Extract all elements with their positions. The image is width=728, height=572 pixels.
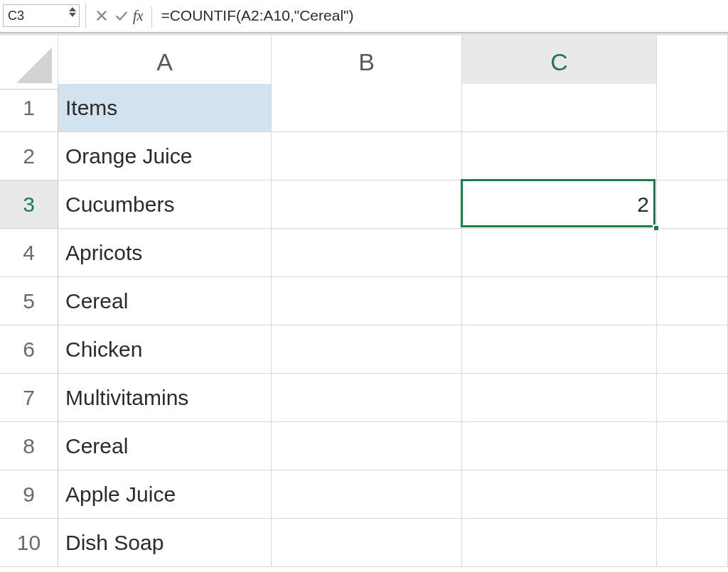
row-header-9[interactable]: 9: [0, 470, 58, 519]
chevron-up-icon: [69, 7, 76, 11]
cell-A9[interactable]: Apple Juice: [58, 470, 272, 519]
cell-A4[interactable]: Apricots: [58, 229, 272, 277]
name-box[interactable]: C3: [3, 4, 80, 27]
cell-D1[interactable]: [657, 84, 728, 132]
chevron-down-icon: [69, 13, 76, 17]
row-header-5[interactable]: 5: [0, 277, 58, 325]
cell-D3[interactable]: [657, 180, 728, 229]
column-header-extra[interactable]: [657, 36, 728, 90]
cancel-button[interactable]: [92, 3, 112, 28]
cell-value: Cereal: [65, 289, 128, 313]
column-label: A: [156, 48, 173, 76]
cell-B2[interactable]: [272, 132, 462, 180]
row-header-4[interactable]: 4: [0, 229, 58, 277]
column-header-A[interactable]: A: [58, 36, 272, 90]
fx-label[interactable]: fx: [133, 8, 143, 24]
row-label: 1: [23, 96, 35, 120]
cell-A2[interactable]: Orange Juice: [58, 132, 272, 180]
cell-A6[interactable]: Chicken: [58, 325, 272, 374]
cell-A7[interactable]: Multivitamins: [58, 374, 272, 422]
cell-C1[interactable]: [462, 84, 657, 132]
cell-B9[interactable]: [272, 470, 462, 519]
cell-A10[interactable]: Dish Soap: [58, 519, 272, 567]
row-label: 10: [17, 531, 41, 555]
confirm-button[interactable]: [112, 3, 132, 28]
formula-bar: C3 fx: [0, 0, 728, 33]
column-header-C[interactable]: C: [462, 36, 657, 90]
divider: [151, 6, 152, 28]
cell-A1[interactable]: Items: [58, 84, 272, 132]
cell-C7[interactable]: [462, 374, 657, 422]
cell-value: Orange Juice: [65, 144, 192, 168]
cell-B7[interactable]: [272, 374, 462, 422]
row-label: 2: [23, 144, 35, 168]
row-header-1[interactable]: 1: [0, 84, 58, 132]
cell-C8[interactable]: [462, 422, 657, 470]
name-box-stepper[interactable]: [69, 7, 76, 17]
cell-D2[interactable]: [657, 132, 728, 180]
row-header-10[interactable]: 10: [0, 519, 58, 567]
cell-B8[interactable]: [272, 422, 462, 470]
row-label: 9: [23, 482, 35, 507]
cell-value: Apricots: [65, 241, 142, 265]
cell-A8[interactable]: Cereal: [58, 422, 272, 470]
cell-C9[interactable]: [462, 470, 657, 519]
column-header-B[interactable]: B: [272, 36, 462, 90]
cell-value: Dish Soap: [65, 531, 164, 555]
cell-D4[interactable]: [657, 229, 728, 277]
cell-A3[interactable]: Cucumbers: [58, 180, 272, 229]
cell-C10[interactable]: [462, 519, 657, 567]
spreadsheet-grid[interactable]: A B C 1 Items 2 Orange Juice 3 Cucumbers…: [0, 36, 728, 567]
cell-C3[interactable]: 2: [462, 180, 657, 229]
cell-C6[interactable]: [462, 325, 657, 374]
row-label: 6: [23, 338, 35, 362]
cell-D9[interactable]: [657, 470, 728, 519]
cell-B5[interactable]: [272, 277, 462, 325]
cell-B4[interactable]: [272, 229, 462, 277]
row-header-2[interactable]: 2: [0, 132, 58, 180]
cell-value: Apple Juice: [65, 482, 176, 507]
row-label: 3: [23, 193, 35, 217]
cell-D5[interactable]: [657, 277, 728, 325]
name-box-value: C3: [8, 9, 24, 23]
row-label: 8: [23, 434, 35, 458]
cell-value: Cereal: [65, 434, 128, 458]
select-all-corner[interactable]: [0, 36, 58, 90]
cell-B3[interactable]: [272, 180, 462, 229]
cell-value: Chicken: [65, 338, 142, 362]
check-icon: [115, 9, 128, 22]
row-label: 7: [23, 386, 35, 410]
cell-C2[interactable]: [462, 132, 657, 180]
row-header-8[interactable]: 8: [0, 422, 58, 470]
cell-value: 2: [637, 193, 649, 217]
formula-input[interactable]: [159, 3, 728, 28]
cell-C5[interactable]: [462, 277, 657, 325]
cell-D10[interactable]: [657, 519, 728, 567]
cell-value: Cucumbers: [65, 193, 174, 217]
cell-D6[interactable]: [657, 325, 728, 374]
row-label: 4: [23, 241, 35, 265]
row-header-7[interactable]: 7: [0, 374, 58, 422]
cell-B10[interactable]: [272, 519, 462, 567]
cell-D7[interactable]: [657, 374, 728, 422]
cell-value: Multivitamins: [65, 386, 188, 410]
close-icon: [95, 9, 108, 22]
cell-B1[interactable]: [272, 84, 462, 132]
cell-B6[interactable]: [272, 325, 462, 374]
column-label: B: [358, 48, 375, 76]
divider: [85, 3, 86, 28]
row-header-3[interactable]: 3: [0, 180, 58, 229]
column-label: C: [550, 48, 568, 76]
cell-C4[interactable]: [462, 229, 657, 277]
cell-A5[interactable]: Cereal: [58, 277, 272, 325]
row-header-6[interactable]: 6: [0, 325, 58, 374]
cell-D8[interactable]: [657, 422, 728, 470]
fill-handle[interactable]: [653, 225, 660, 232]
row-label: 5: [23, 289, 35, 313]
cell-value: Items: [65, 96, 117, 120]
